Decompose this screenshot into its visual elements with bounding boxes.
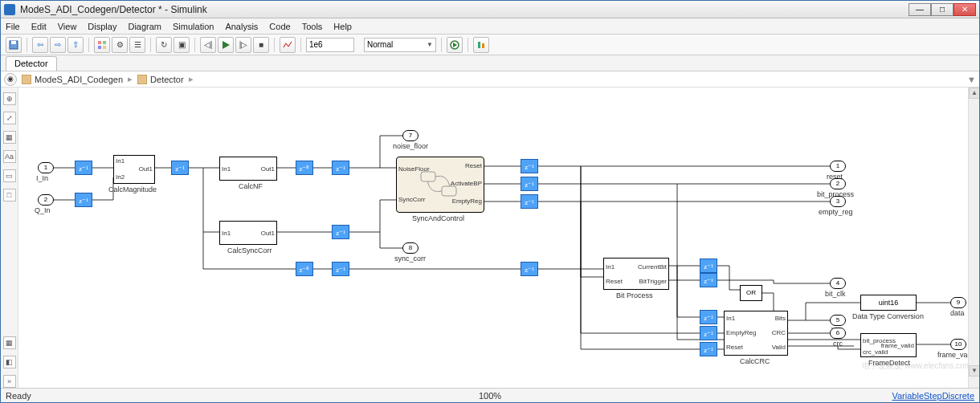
menu-simulation[interactable]: Simulation (173, 22, 214, 31)
status-ready: Ready (6, 391, 31, 401)
crumb-back-button[interactable]: ◉ (4, 73, 17, 86)
outport-label: data (950, 309, 965, 317)
outport-frame-valid[interactable]: 10 (950, 339, 966, 350)
signal-trace-button[interactable] (280, 37, 296, 53)
inport-i-label: I_In (36, 174, 48, 182)
crumb-root[interactable]: ModeS_ADI_Codegen (35, 75, 123, 84)
outport-bits[interactable]: 5 (830, 315, 846, 326)
menu-view[interactable]: View (58, 22, 77, 31)
run-button[interactable] (218, 37, 234, 53)
delay-block[interactable]: z⁻⁸ (296, 262, 313, 276)
subsystem-syncandcontrol[interactable]: NoiseFloor SyncCorr Reset ActivateBP Emp… (396, 157, 484, 213)
minimize-button[interactable]: — (909, 3, 931, 16)
more-button[interactable]: » (3, 375, 16, 388)
inport-q-label: Q_In (35, 206, 51, 214)
nav-fwd-button[interactable]: ⇨ (50, 37, 66, 53)
outport-bit-clk[interactable]: 4 (830, 278, 846, 289)
delay-block[interactable]: z⁻¹ (700, 310, 717, 324)
subsystem-calcnf[interactable]: In1 Out1 (219, 157, 277, 181)
menu-code[interactable]: Code (269, 22, 290, 31)
outport-reset[interactable]: 1 (830, 161, 846, 172)
delay-block[interactable]: z⁻¹ (75, 161, 92, 175)
subsystem-label: CalcSyncCorr (227, 246, 272, 254)
inport-q[interactable]: 2 (38, 194, 54, 206)
delay-block[interactable]: z⁻¹ (700, 258, 717, 273)
image-button[interactable]: ▭ (3, 169, 16, 182)
crumb-dropdown[interactable]: ▼ (967, 75, 976, 84)
stop-button[interactable]: ■ (253, 37, 269, 53)
tab-detector[interactable]: Detector (6, 56, 57, 71)
subsystem-calccrc[interactable]: In1 EmptyReg Reset Bits CRC Valid (724, 311, 788, 356)
delay-block[interactable]: z⁻¹ (521, 177, 538, 191)
crumb-sep: ▸ (189, 74, 194, 84)
maximize-button[interactable]: □ (931, 3, 953, 16)
delay-block[interactable]: z⁻¹ (521, 194, 538, 209)
close-button[interactable]: ✕ (953, 3, 976, 16)
highlight-button[interactable]: ▦ (3, 336, 16, 349)
svg-rect-1 (11, 41, 16, 44)
update-diagram-button[interactable]: ↻ (156, 37, 172, 53)
app-icon (4, 4, 15, 15)
outport-crc[interactable]: 6 (830, 328, 846, 339)
menu-edit[interactable]: Edit (31, 22, 47, 31)
delay-block[interactable]: z⁻¹ (332, 225, 349, 239)
outport-empty-reg[interactable]: 3 (830, 196, 846, 207)
model-explorer-button[interactable]: ☰ (129, 37, 145, 53)
step-fwd-button[interactable]: |▷ (235, 37, 251, 53)
menu-display[interactable]: Display (88, 22, 116, 31)
subsystem-framedetect[interactable]: bit_process crc_valid frame_valid (860, 333, 917, 357)
outport-bit-process[interactable]: 2 (830, 178, 846, 189)
canvas[interactable]: 1 I_In 2 Q_In z⁻¹ z⁻¹ In1 In2 Out1 CalcM… (18, 88, 979, 388)
inport-i[interactable]: 1 (38, 162, 54, 173)
logic-or[interactable]: OR (740, 285, 762, 301)
svg-rect-5 (103, 46, 106, 49)
subsystem-calcsynccorr[interactable]: In1 Out1 (219, 221, 277, 245)
menu-file[interactable]: File (6, 22, 20, 31)
save-button[interactable] (6, 37, 22, 53)
build-button[interactable]: ▣ (174, 37, 190, 53)
scroll-down-button[interactable]: ▼ (969, 365, 979, 377)
menu-analysis[interactable]: Analysis (225, 22, 258, 31)
record-button[interactable]: ◧ (3, 356, 16, 368)
fit-button[interactable]: ▦ (3, 131, 16, 144)
outport-noise-floor[interactable]: 7 (402, 130, 419, 141)
vertical-scrollbar[interactable]: ▲ ▼ (968, 88, 979, 388)
zoom-in-button[interactable]: ⊕ (3, 92, 16, 105)
scroll-up-button[interactable]: ▲ (969, 88, 979, 99)
delay-block[interactable]: z⁻¹ (700, 273, 717, 287)
delay-block[interactable]: z⁻¹ (521, 159, 538, 173)
menu-bar: File Edit View Display Diagram Simulatio… (1, 18, 979, 35)
delay-block[interactable]: z⁻¹ (75, 193, 92, 207)
outport-data[interactable]: 9 (950, 297, 966, 308)
app-window: ModeS_ADI_Codegen/Detector * - Simulink … (0, 0, 980, 403)
menu-help[interactable]: Help (333, 22, 352, 31)
sim-mode-select[interactable]: Normal▼ (364, 38, 436, 52)
outport-sync-corr[interactable]: 8 (402, 242, 419, 254)
sim-data-inspector-button[interactable] (473, 37, 489, 53)
zoom-button[interactable]: ⤢ (3, 112, 16, 124)
crumb-sep: ▸ (128, 74, 133, 84)
block-datatype-conversion[interactable]: uint16 (860, 295, 917, 311)
viewport-button[interactable]: □ (3, 189, 16, 202)
stop-time-input[interactable]: 1e6 (306, 38, 354, 52)
delay-block[interactable]: z⁻¹ (700, 326, 717, 340)
status-solver[interactable]: VariableStepDiscrete (892, 391, 974, 401)
library-browser-button[interactable] (94, 37, 110, 53)
nav-up-button[interactable]: ⇧ (67, 37, 84, 53)
delay-block[interactable]: z⁻¹ (171, 161, 189, 175)
delay-block[interactable]: z⁻¹ (332, 262, 349, 276)
crumb-sub[interactable]: Detector (150, 75, 184, 84)
subsystem-calcmagnitude[interactable]: In1 In2 Out1 (113, 155, 155, 184)
delay-block[interactable]: z⁻⁸ (296, 161, 313, 175)
delay-block[interactable]: z⁻¹ (332, 161, 349, 175)
delay-block[interactable]: z⁻¹ (521, 262, 538, 276)
model-config-button[interactable]: ⚙ (112, 37, 128, 53)
fast-restart-button[interactable] (447, 37, 463, 53)
nav-back-button[interactable]: ⇦ (32, 37, 48, 53)
delay-block[interactable]: z⁻¹ (700, 342, 717, 356)
menu-diagram[interactable]: Diagram (128, 22, 161, 31)
subsystem-bitprocess[interactable]: In1 Reset CurrentBit BitTrigger (603, 258, 669, 290)
menu-tools[interactable]: Tools (302, 22, 323, 31)
annotate-button[interactable]: Aa (3, 150, 16, 163)
step-back-button[interactable]: ◁| (200, 37, 216, 53)
